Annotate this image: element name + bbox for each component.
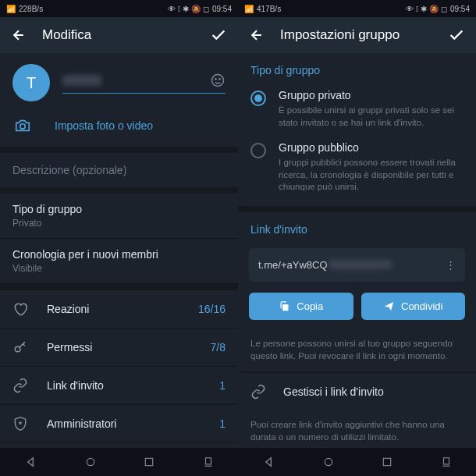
android-nav-bar: [0, 448, 238, 476]
group-settings-screen: 📶 417B/s 👁 ⃠ ✱ 🔕 ◻ 09:54 Impostazioni gr…: [238, 0, 476, 476]
admins-row[interactable]: Amministratori 1: [0, 405, 238, 443]
nav-back-icon[interactable]: [262, 456, 275, 468]
svg-rect-13: [444, 458, 449, 464]
invite-link-text: t.me/+aYw8CQ: [258, 259, 328, 271]
permissions-row[interactable]: Permessi 7/8: [0, 329, 238, 367]
signal-icon: 📶: [6, 5, 16, 13]
more-icon[interactable]: ⋮: [446, 259, 456, 271]
svg-rect-8: [146, 458, 153, 465]
invite-link-row[interactable]: Link d'invito 1: [0, 367, 238, 405]
key-icon: [12, 339, 28, 355]
svg-point-3: [20, 124, 25, 129]
status-icons: 👁 ⃠ ✱ 🔕 ◻: [406, 5, 447, 13]
svg-point-1: [215, 78, 216, 79]
emoji-icon[interactable]: [210, 73, 226, 88]
clock: 09:54: [212, 5, 232, 13]
done-icon[interactable]: [210, 27, 227, 44]
history-row[interactable]: Cronologia per i nuovi membri Visibile: [0, 239, 238, 284]
svg-point-7: [87, 458, 94, 465]
set-photo-link[interactable]: Imposta foto o video: [0, 108, 238, 147]
nav-extra-icon[interactable]: [441, 456, 452, 467]
signal-icon: 📶: [244, 5, 254, 13]
svg-point-2: [219, 78, 220, 79]
copy-icon: [279, 300, 290, 312]
radio-checked-icon: [250, 91, 266, 106]
done-icon[interactable]: [448, 27, 465, 44]
status-icons: 👁 ⃠ ✱ 🔕 ◻: [168, 5, 209, 13]
manage-hint: Puoi creare link d'invito aggiuntivi che…: [238, 410, 476, 448]
invite-hint: Le persone possono unirsi al tuo gruppo …: [238, 329, 476, 371]
invite-link-redacted: [329, 260, 392, 269]
copy-button[interactable]: Copia: [249, 293, 353, 320]
set-photo-label: Imposta foto o video: [55, 119, 153, 132]
group-name-redacted: [62, 75, 101, 86]
back-icon[interactable]: [249, 27, 265, 43]
reactions-row[interactable]: Reazioni 16/16: [0, 290, 238, 329]
private-group-option[interactable]: Gruppo privato È possibile unirsi ai gru…: [238, 83, 476, 135]
clock: 09:54: [450, 5, 470, 13]
radio-unchecked-icon: [250, 143, 266, 158]
net-speed: 417B/s: [257, 5, 281, 13]
nav-home-icon[interactable]: [323, 456, 334, 467]
link-icon: [250, 384, 266, 400]
back-icon[interactable]: [11, 27, 27, 43]
group-type-row[interactable]: Tipo di gruppo Privato: [0, 194, 238, 239]
status-bar: 📶 417B/s 👁 ⃠ ✱ 🔕 ◻ 09:54: [238, 0, 476, 17]
nav-home-icon[interactable]: [85, 456, 96, 467]
invite-link-box[interactable]: t.me/+aYw8CQ ⋮: [249, 248, 465, 282]
share-button[interactable]: Condividi: [361, 293, 466, 320]
android-nav-bar: [238, 448, 476, 476]
public-group-option[interactable]: Gruppo pubblico I gruppi pubblici posson…: [238, 135, 476, 206]
svg-point-4: [15, 346, 20, 352]
manage-invite-links[interactable]: Gestisci i link d'invito: [238, 373, 476, 410]
header: Modifica: [0, 17, 238, 53]
nav-recent-icon[interactable]: [144, 456, 155, 467]
page-title: Impostazioni gruppo: [280, 27, 432, 43]
group-name-input[interactable]: [62, 73, 226, 94]
section-invite-link: Link d'invito: [238, 212, 476, 242]
svg-rect-9: [206, 458, 211, 464]
nav-extra-icon[interactable]: [203, 456, 214, 467]
status-bar: 📶 228B/s 👁 ⃠ ✱ 🔕 ◻ 09:54: [0, 0, 238, 17]
section-group-type: Tipo di gruppo: [238, 53, 476, 83]
svg-point-11: [325, 458, 332, 465]
camera-icon: [14, 117, 31, 134]
share-icon: [383, 300, 395, 312]
net-speed: 228B/s: [19, 5, 43, 13]
description-input[interactable]: Descrizione (opzionale): [0, 153, 238, 187]
header: Impostazioni gruppo: [238, 17, 476, 53]
nav-back-icon[interactable]: [24, 456, 37, 468]
link-icon: [12, 378, 28, 393]
edit-group-screen: 📶 228B/s 👁 ⃠ ✱ 🔕 ◻ 09:54 Modifica T: [0, 0, 238, 476]
svg-rect-12: [384, 458, 391, 465]
nav-recent-icon[interactable]: [382, 456, 393, 467]
svg-point-0: [212, 74, 224, 86]
heart-icon: [12, 301, 28, 317]
shield-star-icon: [12, 416, 28, 432]
group-avatar[interactable]: T: [12, 64, 50, 101]
svg-rect-10: [282, 304, 289, 311]
page-title: Modifica: [42, 27, 194, 43]
